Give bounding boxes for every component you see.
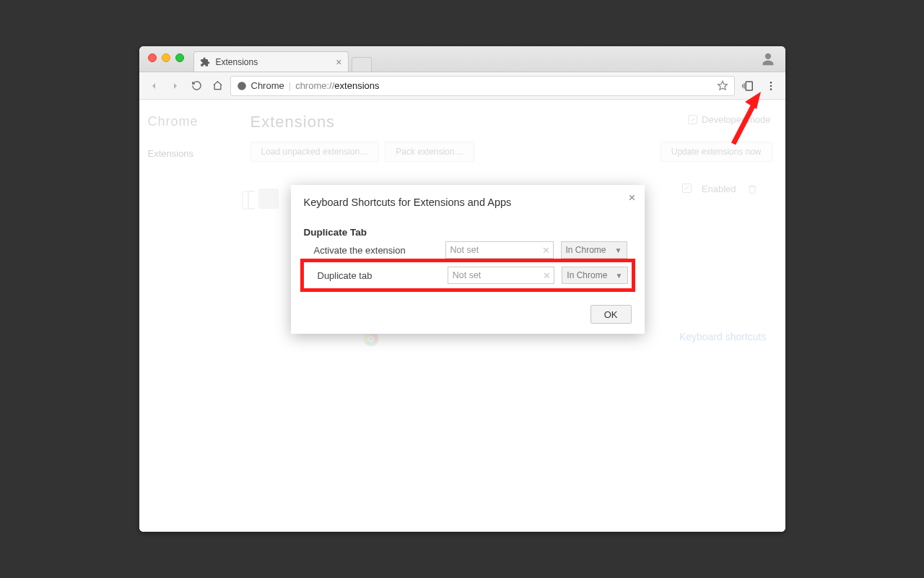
- dialog-close-button[interactable]: ×: [629, 191, 636, 205]
- keyboard-shortcuts-link[interactable]: Keyboard shortcuts: [679, 331, 767, 342]
- shortcut-row-duplicate: Duplicate tab Not set✕ In Chrome▼: [308, 264, 628, 286]
- keyboard-shortcuts-dialog: × Keyboard Shortcuts for Extensions and …: [291, 185, 645, 334]
- dialog-title: Keyboard Shortcuts for Extensions and Ap…: [304, 197, 632, 208]
- ok-button[interactable]: OK: [590, 305, 632, 324]
- zoom-window-button[interactable]: [175, 53, 184, 62]
- url-path: chrome://extensions: [295, 80, 379, 91]
- highlighted-shortcut-row: Duplicate tab Not set✕ In Chrome▼: [300, 259, 635, 292]
- svg-point-4: [770, 88, 772, 90]
- sidebar: Chrome Extensions: [139, 100, 248, 532]
- reload-button[interactable]: [188, 77, 205, 94]
- update-extensions-button[interactable]: Update extensions now: [661, 142, 772, 162]
- home-button[interactable]: [209, 77, 226, 94]
- tab-title: Extensions: [216, 57, 258, 67]
- svg-rect-1: [746, 82, 752, 90]
- svg-point-3: [770, 85, 772, 87]
- forward-button[interactable]: [167, 77, 184, 95]
- menu-button[interactable]: [762, 77, 780, 95]
- load-unpacked-button[interactable]: Load unpacked extension…: [250, 142, 380, 162]
- shortcut-row-activate: Activate the extension Not set✕ In Chrom…: [304, 239, 632, 261]
- sidebar-item-extensions[interactable]: Extensions: [148, 145, 239, 162]
- clear-icon[interactable]: ✕: [543, 270, 551, 281]
- browser-window: Extensions × Chrome | chrome://extension…: [139, 46, 785, 532]
- shortcut-label: Duplicate tab: [308, 270, 440, 281]
- sidebar-title: Chrome: [148, 114, 239, 129]
- chevron-down-icon: ▼: [615, 246, 622, 254]
- shortcut-input[interactable]: Not set✕: [448, 267, 555, 284]
- shortcut-section-name: Duplicate Tab: [304, 227, 632, 238]
- delete-extension-button[interactable]: [746, 184, 758, 195]
- site-info-icon: [237, 81, 247, 91]
- svg-point-0: [237, 82, 246, 90]
- bookmark-star-icon[interactable]: [717, 80, 728, 92]
- shortcut-label: Activate the extension: [304, 245, 438, 256]
- clear-icon[interactable]: ✕: [542, 245, 550, 256]
- chevron-down-icon: ▼: [616, 272, 623, 280]
- extension-icon: [200, 57, 210, 67]
- close-window-button[interactable]: [148, 53, 157, 62]
- toolbar: Chrome | chrome://extensions: [139, 72, 785, 100]
- pack-extension-button[interactable]: Pack extension…: [385, 142, 474, 162]
- enabled-checkbox[interactable]: [682, 184, 692, 193]
- developer-mode-toggle[interactable]: Developer mode: [688, 114, 770, 125]
- enabled-label: Enabled: [702, 184, 736, 194]
- window-controls: [148, 53, 184, 62]
- title-bar: Extensions ×: [139, 46, 785, 72]
- address-bar[interactable]: Chrome | chrome://extensions: [230, 76, 735, 96]
- extension-row-icon: [250, 184, 287, 214]
- shortcut-scope-select[interactable]: In Chrome▼: [561, 241, 627, 259]
- tab-close-button[interactable]: ×: [336, 57, 341, 67]
- profile-icon[interactable]: [761, 52, 775, 66]
- browser-tab[interactable]: Extensions ×: [193, 51, 349, 72]
- new-tab-button[interactable]: [352, 57, 372, 72]
- extension-toolbar-icon[interactable]: [739, 77, 758, 95]
- dev-toolbar: Load unpacked extension… Pack extension……: [250, 142, 772, 162]
- url-origin: Chrome: [251, 80, 284, 91]
- shortcut-input[interactable]: Not set✕: [445, 241, 554, 259]
- back-button[interactable]: [145, 77, 162, 95]
- minimize-window-button[interactable]: [162, 53, 170, 62]
- shortcut-scope-select[interactable]: In Chrome▼: [562, 267, 627, 284]
- svg-point-2: [770, 82, 772, 84]
